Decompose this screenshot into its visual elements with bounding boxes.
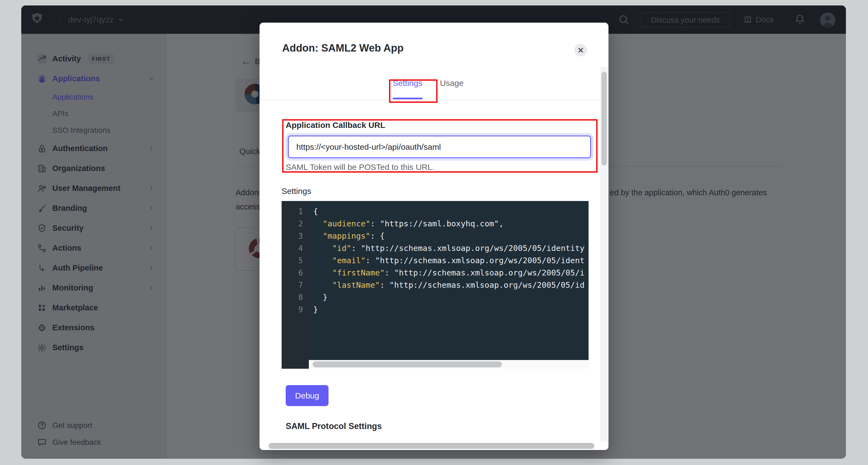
modal-horizontal-scrollbar[interactable] [259,441,609,450]
tab-usage[interactable]: Usage [437,79,467,88]
code-line: "id": "http://schemas.xmlsoap.org/ws/200… [313,242,589,255]
code-line: "email": "http://schemas.xmlsoap.org/ws/… [313,255,589,267]
debug-button[interactable]: Debug [286,385,329,406]
code-line: } [313,303,589,316]
line-number: 6 [282,267,309,279]
callback-url-input[interactable] [288,136,591,158]
modal-horizontal-scrollbar-thumb[interactable] [269,443,594,449]
line-number: 3 [282,230,309,242]
tabs-divider-line [259,100,609,100]
editor-code: { "audience": "https://saml.boxyhq.com",… [309,201,589,360]
settings-section-label: Settings [282,186,311,196]
code-line: { [313,205,589,217]
active-tab-indicator [393,98,423,99]
saml-protocol-settings-heading: SAML Protocol Settings [286,422,382,431]
editor-gutter: 123456789 [282,201,309,369]
line-number: 1 [282,205,309,217]
editor-scrollbar-thumb[interactable] [313,361,502,367]
close-icon[interactable]: ✕ [575,44,587,56]
code-line: "lastName": "http://schemas.xmlsoap.org/… [313,279,589,291]
code-line: "firstName": "http://schemas.xmlsoap.org… [313,267,589,279]
modal-title: Addon: SAML2 Web App [282,42,403,54]
modal-vertical-scrollbar-thumb[interactable] [601,72,607,166]
code-line: "mappings": { [313,230,589,242]
line-number: 8 [282,291,309,303]
screen: dev-tyj7qyzz Discuss your needs Docs Act… [0,0,868,465]
callback-url-helper: SAML Token will be POSTed to this URL. [286,163,434,172]
code-line: "audience": "https://saml.boxyhq.com", [313,217,589,230]
settings-json-editor[interactable]: 123456789 { "audience": "https://saml.bo… [282,201,589,369]
line-number: 9 [282,303,309,316]
line-number: 4 [282,242,309,255]
addon-modal: Addon: SAML2 Web App ✕ Settings Usage Ap… [259,23,609,450]
tab-settings[interactable]: Settings [388,79,428,88]
code-line: } [313,291,589,303]
line-number: 7 [282,279,309,291]
editor-horizontal-scrollbar[interactable] [309,360,589,369]
callback-url-label: Application Callback URL [286,120,385,130]
line-number: 2 [282,217,309,230]
line-number: 5 [282,255,309,267]
